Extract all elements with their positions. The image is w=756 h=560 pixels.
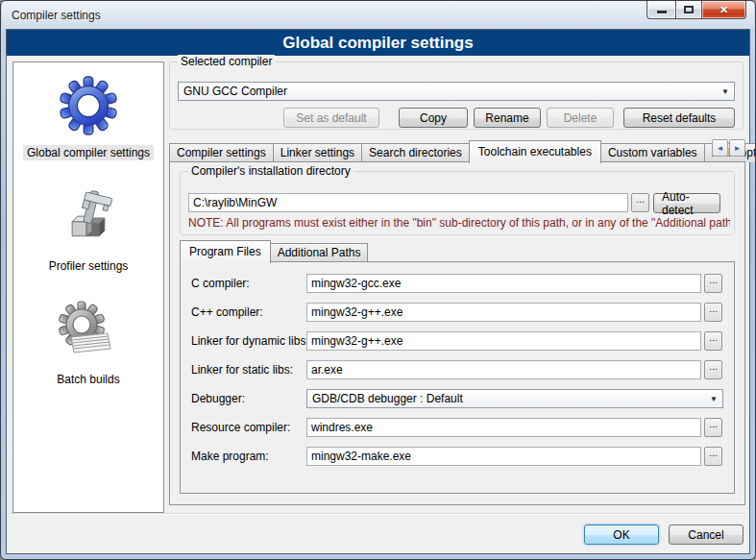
close-button[interactable]: ✕ bbox=[702, 1, 746, 19]
toolchain-executables-panel: Compiler's installation directory ... Au… bbox=[169, 161, 745, 505]
field-row-debugger: Debugger: GDB/CDB debugger : Default ▼ bbox=[181, 389, 734, 408]
sidebar-item-label: Global compiler settings bbox=[23, 145, 154, 160]
sidebar-item-label: Profiler settings bbox=[45, 258, 133, 274]
sidebar-item-label: Batch builds bbox=[53, 372, 123, 387]
debugger-select-value: GDB/CDB debugger : Default bbox=[312, 392, 463, 405]
chevron-down-icon: ▼ bbox=[710, 396, 718, 403]
installation-directory-row: ... Auto-detect bbox=[188, 193, 726, 212]
field-row-static-linker: Linker for static libs: ... bbox=[181, 360, 734, 379]
make-program-input[interactable] bbox=[306, 447, 701, 466]
field-row-make-program: Make program: ... bbox=[181, 447, 734, 466]
tab-scroll-right-icon[interactable]: ► bbox=[729, 139, 745, 157]
cancel-button[interactable]: Cancel bbox=[669, 524, 744, 545]
c-compiler-input[interactable] bbox=[306, 274, 701, 293]
copy-button[interactable]: Copy bbox=[399, 108, 468, 128]
caliper-icon bbox=[60, 187, 117, 249]
chevron-down-icon: ▼ bbox=[721, 88, 729, 96]
sidebar-item-batch-builds[interactable]: Batch builds bbox=[13, 301, 163, 387]
minimize-icon bbox=[657, 11, 667, 13]
sidebar-item-global-compiler-settings[interactable]: Global compiler settings bbox=[13, 76, 163, 160]
maximize-icon bbox=[684, 6, 694, 13]
footer-divider bbox=[10, 513, 746, 514]
tab-scroll-buttons: ◄ ► bbox=[712, 139, 745, 157]
program-subtabs: Program Files Additional Paths bbox=[180, 242, 367, 262]
window-controls: ✕ bbox=[646, 1, 746, 19]
tab-custom-variables[interactable]: Custom variables bbox=[600, 143, 705, 162]
blue-gear-icon bbox=[59, 76, 118, 135]
tab-toolchain-executables[interactable]: Toolchain executables bbox=[469, 140, 601, 163]
settings-tabs: Compiler settings Linker settings Search… bbox=[169, 139, 745, 162]
settings-sidebar: Global compiler settings bbox=[12, 61, 164, 513]
title-bar[interactable]: Compiler settings bbox=[2, 2, 754, 29]
tab-linker-settings[interactable]: Linker settings bbox=[273, 143, 362, 162]
tab-scroll-left-icon[interactable]: ◄ bbox=[712, 139, 728, 157]
compiler-select[interactable]: GNU GCC Compiler ▼ bbox=[178, 82, 735, 101]
field-row-resource-compiler: Resource compiler: ... bbox=[181, 418, 734, 437]
rename-button[interactable]: Rename bbox=[474, 108, 541, 128]
selected-compiler-group-label: Selected compiler bbox=[178, 55, 275, 68]
compiler-select-value: GNU GCC Compiler bbox=[183, 85, 287, 98]
browse-static-linker-button[interactable]: ... bbox=[704, 360, 722, 379]
installation-directory-label: Compiler's installation directory bbox=[188, 164, 354, 178]
compiler-settings-window: Compiler settings ✕ Global compiler sett… bbox=[0, 0, 756, 560]
page-title: Global compiler settings bbox=[282, 34, 473, 53]
browse-make-program-button[interactable]: ... bbox=[704, 447, 722, 466]
resource-compiler-input[interactable] bbox=[306, 418, 701, 437]
browse-resource-compiler-button[interactable]: ... bbox=[704, 418, 722, 437]
field-label: C compiler: bbox=[191, 277, 306, 290]
browse-directory-button[interactable]: ... bbox=[631, 193, 649, 212]
debugger-select[interactable]: GDB/CDB debugger : Default ▼ bbox=[306, 389, 723, 408]
dialog-client-area: Global compiler settings bbox=[6, 29, 750, 554]
compiler-actions: Set as default Copy Rename Delete Reset … bbox=[178, 108, 735, 128]
ok-button[interactable]: OK bbox=[584, 524, 659, 545]
dynamic-linker-input[interactable] bbox=[306, 331, 701, 351]
field-label: Make program: bbox=[191, 450, 306, 463]
subtab-additional-paths[interactable]: Additional Paths bbox=[270, 243, 369, 262]
field-label: Linker for static libs: bbox=[191, 363, 306, 377]
field-label: Debugger: bbox=[191, 392, 306, 405]
program-files-panel: C compiler: ... C++ compiler: ... Linker… bbox=[180, 261, 735, 494]
dialog-footer: OK Cancel bbox=[7, 524, 744, 548]
field-label: Linker for dynamic libs: bbox=[191, 334, 306, 348]
maximize-button[interactable] bbox=[675, 1, 702, 19]
gray-gear-papers-icon bbox=[58, 301, 119, 362]
close-icon: ✕ bbox=[719, 5, 728, 15]
dialog-header: Global compiler settings bbox=[7, 30, 749, 56]
field-label: C++ compiler: bbox=[191, 305, 306, 319]
field-row-dynamic-linker: Linker for dynamic libs: ... bbox=[181, 331, 734, 351]
selected-compiler-group: Selected compiler GNU GCC Compiler ▼ Set… bbox=[169, 61, 744, 130]
field-row-cpp-compiler: C++ compiler: ... bbox=[181, 303, 734, 322]
reset-defaults-button[interactable]: Reset defaults bbox=[623, 108, 735, 128]
static-linker-input[interactable] bbox=[306, 360, 701, 379]
browse-dynamic-linker-button[interactable]: ... bbox=[704, 331, 722, 351]
browse-c-compiler-button[interactable]: ... bbox=[704, 274, 722, 293]
sidebar-item-profiler-settings[interactable]: Profiler settings bbox=[13, 187, 163, 274]
field-row-c-compiler: C compiler: ... bbox=[181, 274, 734, 293]
browse-cpp-compiler-button[interactable]: ... bbox=[704, 303, 722, 322]
delete-button[interactable]: Delete bbox=[547, 108, 614, 128]
subtab-program-files[interactable]: Program Files bbox=[180, 240, 271, 263]
cpp-compiler-input[interactable] bbox=[306, 303, 701, 322]
installation-note: NOTE: All programs must exist either in … bbox=[188, 216, 730, 230]
window-title: Compiler settings bbox=[12, 9, 101, 22]
installation-directory-group: Compiler's installation directory ... Au… bbox=[180, 171, 735, 235]
field-label: Resource compiler: bbox=[191, 421, 306, 434]
set-as-default-button[interactable]: Set as default bbox=[283, 108, 379, 128]
tab-compiler-settings[interactable]: Compiler settings bbox=[169, 143, 274, 162]
auto-detect-button[interactable]: Auto-detect bbox=[653, 193, 720, 213]
tab-search-directories[interactable]: Search directories bbox=[361, 143, 470, 162]
minimize-button[interactable] bbox=[646, 1, 675, 19]
installation-directory-input[interactable] bbox=[188, 193, 628, 212]
